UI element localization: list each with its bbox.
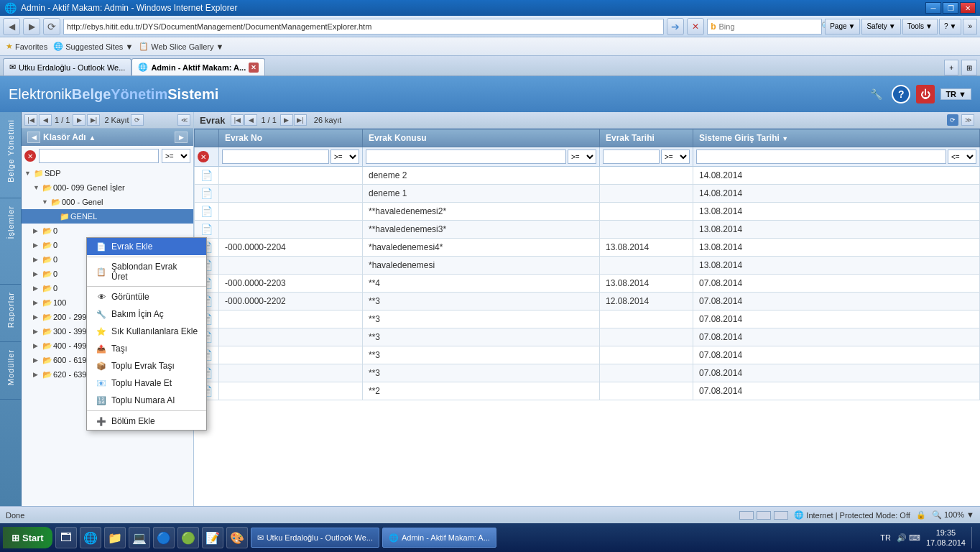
evrak-last-btn[interactable]: ▶|	[294, 114, 307, 126]
table-row[interactable]: 📄 -000.0000-2202 **3 12.08.2014 07.08.20…	[195, 293, 980, 310]
taskbar-task-outlook[interactable]: ✉ Utku Erdaloğlu - Outlook We...	[251, 528, 379, 548]
filter-op-evrak-no[interactable]: >= <=	[330, 150, 359, 164]
ctx-evrak-ekle[interactable]: 📄 Evrak Ekle	[87, 238, 206, 255]
table-row[interactable]: 📄 **3 07.08.2014	[195, 346, 980, 364]
settings-button[interactable]: 🔧	[866, 84, 886, 104]
sidebar-section-belge[interactable]: Belge Yönetimi	[0, 112, 21, 198]
evrak-next-btn[interactable]: ▶	[280, 114, 293, 126]
language-badge[interactable]: TR ▼	[940, 88, 971, 100]
search-input[interactable]	[719, 22, 818, 31]
taskbar-ie2-icon[interactable]: 💻	[129, 527, 150, 548]
sidebar-label-moduller[interactable]: Modüller	[6, 345, 15, 390]
evrak-collapse-btn[interactable]: ≫	[961, 114, 974, 126]
table-row[interactable]: 📄 **havaledenemesi2* 13.08.2014	[195, 203, 980, 221]
sidebar-label-islemler[interactable]: İşlemler	[6, 201, 15, 244]
tree-filter-operator[interactable]: >= <= =	[162, 149, 190, 163]
web-slice-gallery-button[interactable]: 📋 Web Slice Gallery ▼	[139, 42, 223, 51]
tree-first-btn[interactable]: |◀	[24, 114, 37, 126]
tree-node-000-genel[interactable]: ▼ 📂 000 - Genel	[22, 195, 193, 209]
evrak-refresh-btn[interactable]: ⟳	[947, 114, 958, 126]
ctx-sablondan-evrak[interactable]: 📋 Şablondan EvrakÜret	[87, 259, 206, 285]
language-selector[interactable]: TR ▼	[940, 88, 971, 100]
taskbar-show-desktop[interactable]: 🗔	[55, 527, 77, 548]
tree-node-000-099[interactable]: ▼ 📂 000- 099 Genel İşler	[22, 180, 193, 195]
taskbar-task-admin[interactable]: 🌐 Admin - Aktif Makam: A...	[382, 528, 496, 548]
table-row[interactable]: 📄 **3 07.08.2014	[195, 364, 980, 382]
tree-sort-next[interactable]: ▶	[175, 132, 188, 143]
page-button[interactable]: Page ▼	[825, 19, 860, 34]
sidebar-label-raporlar[interactable]: Raporlar	[6, 288, 15, 332]
search-box[interactable]: b 🔍	[707, 19, 822, 34]
refresh-button[interactable]: ⟳	[43, 18, 60, 35]
taskbar-misc-icon[interactable]: 🎨	[226, 527, 248, 548]
start-button[interactable]: ⊞ Start	[3, 527, 52, 548]
table-row[interactable]: 📄 deneme 2 14.08.2014	[195, 167, 980, 185]
tree-node-genel[interactable]: 📁 GENEL	[22, 209, 193, 224]
ctx-toplu-evrak-tasi[interactable]: 📦 Toplu Evrak Taşı	[87, 357, 206, 374]
restore-button[interactable]: ❐	[943, 2, 958, 14]
tab-admin-close[interactable]: ✕	[249, 63, 259, 73]
col-evrak-no[interactable]: Evrak No	[219, 129, 363, 147]
tree-node-sdp[interactable]: ▼ 📁 SDP	[22, 166, 193, 180]
ctx-goruntule[interactable]: 👁 Görüntüle	[87, 288, 206, 305]
tree-next-btn[interactable]: ▶	[73, 114, 85, 126]
tools-button[interactable]: Tools ▼	[902, 19, 938, 34]
ctx-bakim[interactable]: 🔧 Bakım İçin Aç	[87, 305, 206, 323]
go-button[interactable]: ➔	[667, 18, 684, 35]
table-row[interactable]: 📄 -000.0000-2204 *havaledenemesi4* 13.08…	[195, 239, 980, 257]
filter-evrak-no[interactable]	[222, 150, 329, 164]
tree-last-btn[interactable]: ▶|	[87, 114, 100, 126]
help-app-button[interactable]: ?	[892, 85, 910, 104]
col-sisteme-giris[interactable]: Sisteme Giriş Tarihi ▼	[693, 129, 980, 147]
table-row[interactable]: 📄 **2 07.08.2014	[195, 382, 980, 400]
quick-tabs-button[interactable]: ⊞	[961, 60, 977, 75]
help-button[interactable]: ? ▼	[939, 19, 961, 34]
filter-evrak-konusu[interactable]	[366, 150, 566, 164]
sidebar-label-belge[interactable]: Belge Yönetimi	[6, 115, 15, 187]
new-tab-button[interactable]: +	[944, 60, 958, 75]
tree-collapse-btn[interactable]: ≪	[177, 114, 190, 126]
back-button[interactable]: ◀	[3, 18, 20, 35]
close-button[interactable]: ✕	[960, 2, 976, 14]
forward-button[interactable]: ▶	[23, 18, 40, 35]
table-row[interactable]: 📄 deneme 1 14.08.2014	[195, 185, 980, 203]
filter-evrak-tarihi[interactable]	[603, 150, 660, 164]
suggested-sites-button[interactable]: 🌐 Suggested Sites ▼	[53, 42, 133, 51]
ctx-tasi[interactable]: 📤 Taşı	[87, 340, 206, 357]
filter-sisteme-giris[interactable]	[696, 150, 946, 164]
tree-node-01[interactable]: ▶ 📂 0	[22, 224, 193, 238]
filter-clear-btn[interactable]: ✕	[198, 151, 209, 162]
table-row[interactable]: 📄 **havaledenemesi3* 13.08.2014	[195, 221, 980, 239]
safety-button[interactable]: Safety ▼	[861, 19, 900, 34]
taskbar-app1-icon[interactable]: 🔵	[153, 527, 175, 548]
table-row[interactable]: 📄 **3 07.08.2014	[195, 328, 980, 346]
favorites-button[interactable]: ★ Favorites	[6, 42, 47, 51]
ctx-sik-kullanim[interactable]: ⭐ Sık Kullanılanlara Ekle	[87, 323, 206, 340]
sidebar-section-moduller[interactable]: Modüller	[0, 342, 21, 400]
tree-prev-btn[interactable]: ◀	[39, 114, 52, 126]
evrak-first-btn[interactable]: |◀	[231, 114, 244, 126]
minimize-button[interactable]: ─	[925, 2, 941, 14]
table-row[interactable]: 📄 -000.0000-2203 **4 13.08.2014 07.08.20…	[195, 275, 980, 293]
more-button[interactable]: »	[963, 19, 977, 34]
sidebar-section-raporlar[interactable]: Raporlar	[0, 285, 21, 342]
ctx-toplu-havale[interactable]: 📧 Toplu Havale Et	[87, 374, 206, 392]
taskbar-explorer-icon[interactable]: 📁	[104, 527, 126, 548]
tree-filter-clear[interactable]: ✕	[24, 150, 36, 162]
tab-outlook[interactable]: ✉ Utku Erdaloğlu - Outlook We...	[3, 58, 131, 75]
address-bar[interactable]: http://ebys.hitit.edu.tr/DYS/DocumentMan…	[63, 19, 664, 34]
col-evrak-konusu[interactable]: Evrak Konusu	[363, 129, 600, 147]
ctx-bolum-ekle[interactable]: ➕ Bölüm Ekle	[87, 413, 206, 430]
tab-admin[interactable]: 🌐 Admin - Aktif Makam: A... ✕	[131, 58, 265, 75]
zoom-control[interactable]: 🔍 100% ▼	[932, 510, 974, 520]
tree-filter-input[interactable]	[39, 149, 159, 163]
col-evrak-tarihi[interactable]: Evrak Tarihi	[600, 129, 693, 147]
evrak-prev-btn[interactable]: ◀	[244, 114, 257, 126]
show-desktop-btn[interactable]	[971, 527, 977, 548]
tree-sort-prev[interactable]: ◀	[27, 132, 40, 143]
table-row[interactable]: 📄 *havaledenemesi 13.08.2014	[195, 257, 980, 275]
tree-refresh-btn[interactable]: ⟳	[131, 114, 144, 126]
filter-op-evrak-konusu[interactable]: >= <=	[568, 150, 596, 164]
filter-op-sisteme-giris[interactable]: <= >=	[948, 150, 976, 164]
taskbar-chrome-icon[interactable]: 🟢	[177, 527, 199, 548]
